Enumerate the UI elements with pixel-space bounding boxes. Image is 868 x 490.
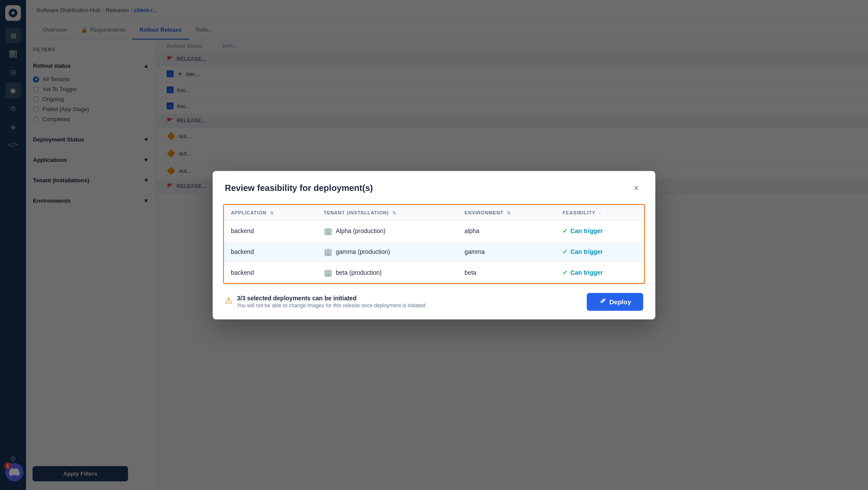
footer-info: ⚠ 3/3 selected deployments can be initia… — [225, 295, 426, 309]
warning-icon: ⚠ — [225, 295, 233, 306]
table-row-2: backend 🏢 gamma (production) gamma ✓ Ca — [224, 241, 644, 262]
tenant-icon-1: 🏢 — [324, 227, 332, 235]
dialog-table-wrap: APPLICATION ⇅ TENANT (INSTALLATION) ⇅ EN… — [223, 204, 645, 284]
check-icon-2: ✓ — [562, 248, 568, 255]
cell-env-1: alpha — [457, 220, 556, 241]
col-header-feasibility[interactable]: FEASIBILITY ↓ — [556, 205, 644, 221]
dialog-close-button[interactable]: × — [629, 181, 643, 195]
tenant-icon-2: 🏢 — [324, 248, 332, 256]
check-icon-3: ✓ — [562, 269, 568, 276]
deploy-button[interactable]: Deploy — [587, 293, 643, 311]
sort-icon-environment: ⇅ — [507, 210, 511, 215]
table-row-1: backend 🏢 Alpha (production) alpha ✓ Ca — [224, 220, 644, 241]
footer-summary: 3/3 selected deployments can be initiate… — [237, 295, 426, 302]
cell-app-3: backend — [224, 262, 317, 283]
table-row-3: backend 🏢 beta (production) beta ✓ Can — [224, 262, 644, 283]
dialog: Review feasibility for deployment(s) × A… — [213, 171, 655, 319]
cell-feasibility-3: ✓ Can trigger — [556, 262, 644, 283]
sort-icon-feasibility: ↓ — [599, 210, 602, 215]
footer-warning: You will not be able to change images fo… — [237, 303, 426, 309]
sort-icon-tenant: ⇅ — [392, 210, 396, 215]
cell-app-2: backend — [224, 241, 317, 262]
cell-env-2: gamma — [457, 241, 556, 262]
dialog-title: Review feasibility for deployment(s) — [225, 183, 373, 193]
feasibility-table: APPLICATION ⇅ TENANT (INSTALLATION) ⇅ EN… — [224, 205, 644, 283]
dialog-header: Review feasibility for deployment(s) × — [213, 171, 655, 204]
cell-tenant-3: 🏢 beta (production) — [317, 262, 458, 283]
check-icon-1: ✓ — [562, 227, 568, 234]
cell-feasibility-1: ✓ Can trigger — [556, 220, 644, 241]
cell-tenant-2: 🏢 gamma (production) — [317, 241, 458, 262]
col-header-application[interactable]: APPLICATION ⇅ — [224, 205, 317, 221]
col-header-environment[interactable]: ENVIRONMENT ⇅ — [457, 205, 556, 221]
tenant-icon-3: 🏢 — [324, 269, 332, 277]
sort-icon-application: ⇅ — [270, 210, 274, 215]
cell-feasibility-2: ✓ Can trigger — [556, 241, 644, 262]
col-header-tenant[interactable]: TENANT (INSTALLATION) ⇅ — [317, 205, 458, 221]
cell-app-1: backend — [224, 220, 317, 241]
rocket-icon — [599, 298, 606, 305]
cell-tenant-1: 🏢 Alpha (production) — [317, 220, 458, 241]
dialog-footer: ⚠ 3/3 selected deployments can be initia… — [213, 284, 655, 319]
cell-env-3: beta — [457, 262, 556, 283]
modal-overlay: Review feasibility for deployment(s) × A… — [0, 0, 868, 490]
